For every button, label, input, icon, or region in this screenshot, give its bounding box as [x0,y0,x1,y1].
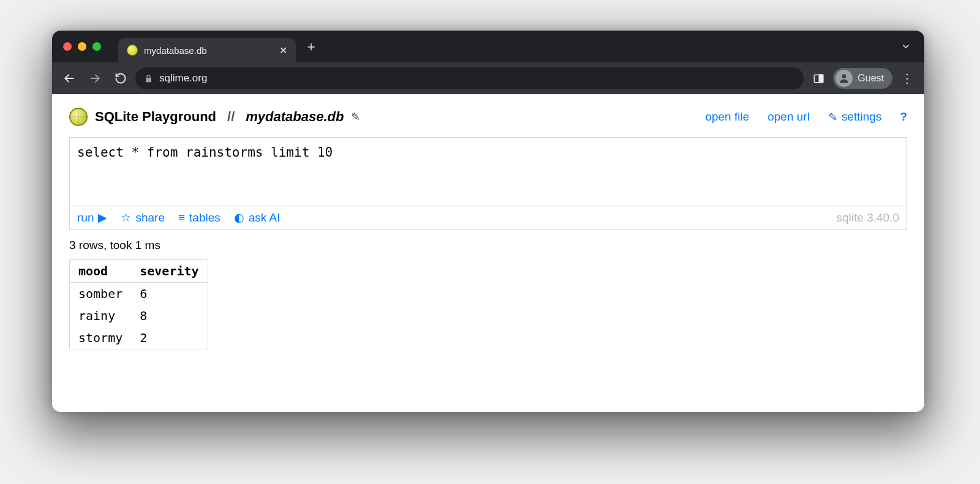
url-input[interactable]: sqlime.org [135,67,804,89]
svg-point-4 [842,74,846,78]
page-header: SQLite Playground // mydatabase.db ✎ ope… [69,108,907,126]
table-header-row: moodseverity [70,260,208,283]
page-content: SQLite Playground // mydatabase.db ✎ ope… [52,94,924,412]
ai-icon: ◐ [234,210,244,225]
lock-icon [144,74,153,83]
title-separator: // [227,109,235,125]
run-label: run [77,211,94,225]
profile-label: Guest [858,73,884,84]
side-panel-button[interactable] [807,67,829,89]
database-name: mydatabase.db [246,109,344,125]
settings-icon: ✎ [828,110,838,124]
open-url-link[interactable]: open url [767,110,810,124]
list-icon: ≡ [178,211,185,225]
help-link[interactable]: ? [900,110,907,124]
close-tab-button[interactable]: ✕ [279,45,287,56]
run-button[interactable]: run ▶ [77,210,107,225]
table-cell: somber [70,283,132,305]
editor-panel: run ▶ ☆ share ≡ tables ◐ ask AI [69,137,907,230]
browser-tab[interactable]: mydatabase.db ✕ [118,38,296,62]
forward-button[interactable] [84,67,106,89]
tab-strip: mydatabase.db ✕ ＋ [52,31,924,62]
tables-button[interactable]: ≡ tables [178,210,221,225]
tables-label: tables [189,211,221,225]
avatar-icon [835,70,853,87]
open-file-link[interactable]: open file [705,110,749,124]
column-header: mood [70,260,132,283]
ask-ai-button[interactable]: ◐ ask AI [234,210,281,225]
browser-menu-button[interactable]: ⋮ [896,67,918,89]
back-button[interactable] [58,67,80,89]
app-logo-icon [69,108,88,126]
window-controls [63,42,101,51]
table-cell: 8 [131,305,208,327]
table-row: somber6 [70,283,208,305]
share-button[interactable]: ☆ share [121,210,165,225]
close-window-button[interactable] [63,42,72,51]
app-title: SQLite Playground [95,109,216,125]
sql-editor[interactable] [70,138,907,205]
editor-toolbar: run ▶ ☆ share ≡ tables ◐ ask AI [70,205,907,229]
column-header: severity [131,260,208,283]
address-bar: sqlime.org Guest ⋮ [52,62,924,94]
table-cell: 2 [131,327,208,349]
maximize-window-button[interactable] [92,42,101,51]
table-row: stormy2 [70,327,208,349]
share-label: share [135,211,165,225]
result-status: 3 rows, took 1 ms [69,239,907,252]
profile-button[interactable]: Guest [833,68,892,89]
table-cell: 6 [131,283,208,305]
header-links: open file open url ✎ settings ? [705,110,907,124]
star-icon: ☆ [121,210,131,225]
sqlite-version: sqlite 3.40.0 [837,211,899,225]
ask-ai-label: ask AI [249,211,281,225]
settings-label: settings [842,110,881,124]
url-text: sqlime.org [159,72,207,84]
table-row: rainy8 [70,305,208,327]
browser-window: mydatabase.db ✕ ＋ sqlime.org [52,31,924,412]
table-cell: rainy [70,305,132,327]
minimize-window-button[interactable] [78,42,86,51]
new-tab-button[interactable]: ＋ [304,37,318,56]
tab-title: mydatabase.db [144,45,273,56]
tabs-dropdown-button[interactable] [899,39,913,54]
result-table: moodseverity somber6rainy8stormy2 [69,259,208,349]
settings-link[interactable]: ✎ settings [828,110,881,124]
svg-rect-3 [819,75,823,83]
table-cell: stormy [70,327,132,349]
rename-database-button[interactable]: ✎ [351,110,360,124]
favicon-icon [127,45,138,56]
reload-button[interactable] [110,67,132,89]
play-icon: ▶ [98,210,107,225]
